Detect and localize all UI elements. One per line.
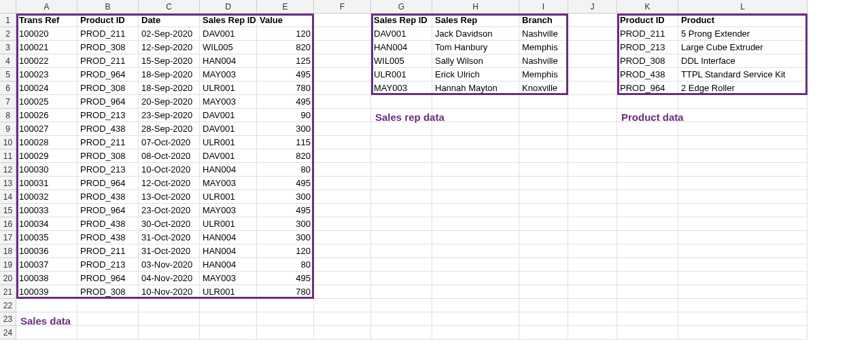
cell-J1[interactable] (568, 14, 617, 27)
cell-I15[interactable] (519, 204, 568, 217)
cell-L17[interactable] (678, 231, 808, 244)
cell-I23[interactable] (519, 312, 568, 326)
cell-H19[interactable] (432, 258, 519, 272)
cell-H2[interactable]: Jack Davidson (432, 27, 519, 41)
grid[interactable]: ABCDEFGHIJKL1Trans RefProduct IDDateSale… (0, 0, 868, 340)
cell-C1[interactable]: Date (139, 14, 200, 27)
cell-E18[interactable]: 120 (257, 244, 314, 258)
cell-K11[interactable] (617, 149, 678, 163)
cell-J16[interactable] (568, 217, 617, 231)
cell-B21[interactable]: PROD_308 (77, 285, 139, 299)
spreadsheet[interactable]: ABCDEFGHIJKL1Trans RefProduct IDDateSale… (0, 0, 868, 345)
cell-H8[interactable] (432, 109, 519, 122)
cell-H1[interactable]: Sales Rep (432, 14, 519, 27)
cell-C18[interactable]: 31-Oct-2020 (139, 244, 200, 258)
cell-A6[interactable]: 100024 (16, 81, 77, 95)
cell-L11[interactable] (678, 149, 808, 163)
cell-L14[interactable] (678, 190, 808, 204)
cell-C12[interactable]: 10-Oct-2020 (139, 163, 200, 177)
cell-L4[interactable]: DDL Interface (678, 54, 808, 68)
cell-C9[interactable]: 28-Sep-2020 (139, 122, 200, 136)
cell-K20[interactable] (617, 272, 678, 285)
cell-I7[interactable] (519, 95, 568, 109)
cell-C8[interactable]: 23-Sep-2020 (139, 109, 200, 122)
row-header-7[interactable]: 7 (0, 95, 16, 109)
cell-A18[interactable]: 100036 (16, 244, 77, 258)
cell-F12[interactable] (314, 163, 371, 177)
cell-B13[interactable]: PROD_964 (77, 177, 139, 190)
cell-J15[interactable] (568, 204, 617, 217)
cell-F5[interactable] (314, 68, 371, 81)
cell-K7[interactable] (617, 95, 678, 109)
cell-G5[interactable]: ULR001 (371, 68, 432, 81)
cell-B1[interactable]: Product ID (77, 14, 139, 27)
cell-L2[interactable]: 5 Prong Extender (678, 27, 808, 41)
cell-G10[interactable] (371, 136, 432, 149)
cell-L24[interactable] (678, 326, 808, 340)
cell-J14[interactable] (568, 190, 617, 204)
cell-H18[interactable] (432, 244, 519, 258)
cell-B20[interactable]: PROD_964 (77, 272, 139, 285)
col-header-A[interactable]: A (16, 0, 77, 14)
cell-B8[interactable]: PROD_213 (77, 109, 139, 122)
cell-G16[interactable] (371, 217, 432, 231)
cell-D10[interactable]: ULR001 (200, 136, 257, 149)
cell-A15[interactable]: 100033 (16, 204, 77, 217)
cell-J12[interactable] (568, 163, 617, 177)
cell-D6[interactable]: ULR001 (200, 81, 257, 95)
cell-A20[interactable]: 100038 (16, 272, 77, 285)
cell-D1[interactable]: Sales Rep ID (200, 14, 257, 27)
cell-A1[interactable]: Trans Ref (16, 14, 77, 27)
cell-J10[interactable] (568, 136, 617, 149)
cell-E15[interactable]: 495 (257, 204, 314, 217)
col-header-J[interactable]: J (568, 0, 617, 14)
cell-C11[interactable]: 08-Oct-2020 (139, 149, 200, 163)
cell-J11[interactable] (568, 149, 617, 163)
cell-L8[interactable] (678, 109, 808, 122)
cell-B18[interactable]: PROD_211 (77, 244, 139, 258)
cell-F22[interactable] (314, 299, 371, 312)
cell-A7[interactable]: 100025 (16, 95, 77, 109)
row-header-18[interactable]: 18 (0, 244, 16, 258)
cell-C20[interactable]: 04-Nov-2020 (139, 272, 200, 285)
cell-K15[interactable] (617, 204, 678, 217)
row-header-3[interactable]: 3 (0, 41, 16, 54)
cell-D2[interactable]: DAV001 (200, 27, 257, 41)
cell-F17[interactable] (314, 231, 371, 244)
cell-F18[interactable] (314, 244, 371, 258)
cell-E16[interactable]: 300 (257, 217, 314, 231)
cell-G9[interactable] (371, 122, 432, 136)
cell-D11[interactable]: DAV001 (200, 149, 257, 163)
cell-D5[interactable]: MAY003 (200, 68, 257, 81)
cell-F14[interactable] (314, 190, 371, 204)
cell-L20[interactable] (678, 272, 808, 285)
cell-E12[interactable]: 80 (257, 163, 314, 177)
cell-G20[interactable] (371, 272, 432, 285)
row-header-14[interactable]: 14 (0, 190, 16, 204)
cell-A17[interactable]: 100035 (16, 231, 77, 244)
cell-D8[interactable]: DAV001 (200, 109, 257, 122)
cell-I2[interactable]: Nashville (519, 27, 568, 41)
cell-D14[interactable]: ULR001 (200, 190, 257, 204)
cell-J19[interactable] (568, 258, 617, 272)
cell-I8[interactable] (519, 109, 568, 122)
cell-H3[interactable]: Tom Hanbury (432, 41, 519, 54)
cell-G12[interactable] (371, 163, 432, 177)
cell-J3[interactable] (568, 41, 617, 54)
cell-D16[interactable]: ULR001 (200, 217, 257, 231)
cell-J2[interactable] (568, 27, 617, 41)
cell-E24[interactable] (257, 326, 314, 340)
cell-K3[interactable]: PROD_213 (617, 41, 678, 54)
cell-I9[interactable] (519, 122, 568, 136)
row-header-23[interactable]: 23 (0, 312, 16, 326)
cell-D20[interactable]: MAY003 (200, 272, 257, 285)
row-header-11[interactable]: 11 (0, 149, 16, 163)
row-header-20[interactable]: 20 (0, 272, 16, 285)
cell-L16[interactable] (678, 217, 808, 231)
row-header-13[interactable]: 13 (0, 177, 16, 190)
cell-E13[interactable]: 495 (257, 177, 314, 190)
cell-E9[interactable]: 300 (257, 122, 314, 136)
cell-K4[interactable]: PROD_308 (617, 54, 678, 68)
cell-A5[interactable]: 100023 (16, 68, 77, 81)
cell-I14[interactable] (519, 190, 568, 204)
